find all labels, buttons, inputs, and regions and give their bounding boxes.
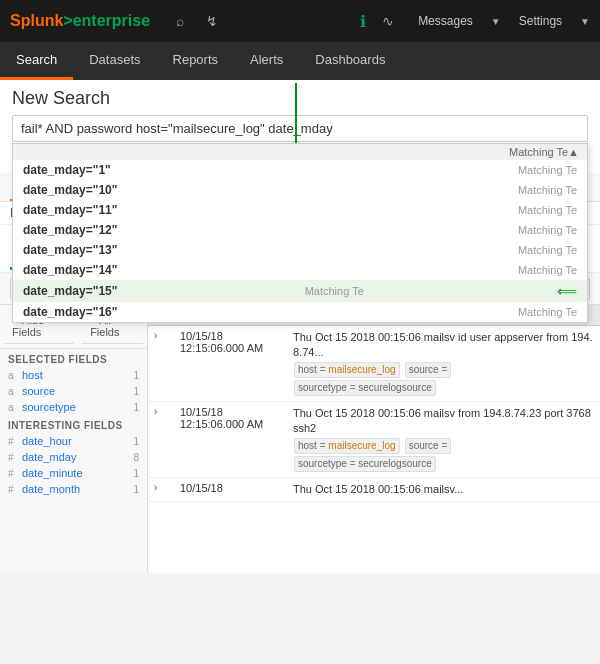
sidebar-field-date-mday[interactable]: # date_mday 8 — [0, 449, 147, 465]
time-val-2: 10/15/18 — [180, 482, 285, 494]
time-val-0: 10/15/1812:15:06.000 AM — [180, 330, 285, 354]
autocomplete-item-0[interactable]: date_mday="1" Matching Te — [13, 160, 587, 180]
autocomplete-match-5: Matching Te — [518, 264, 577, 276]
autocomplete-label-1: date_mday="10" — [23, 183, 117, 197]
nav-search[interactable]: Search — [0, 42, 73, 80]
messages-link[interactable]: Messages — [410, 10, 481, 32]
expand-btn-0[interactable]: › — [154, 330, 172, 341]
sidebar-field-date-month[interactable]: # date_month 1 — [0, 481, 147, 497]
autocomplete-item-5[interactable]: date_mday="14" Matching Te — [13, 260, 587, 280]
second-nav: Search Datasets Reports Alerts Dashboard… — [0, 42, 600, 80]
autocomplete-label-0: date_mday="1" — [23, 163, 111, 177]
sidebar-field-date-minute[interactable]: # date_minute 1 — [0, 465, 147, 481]
autocomplete-match-6: Matching Te — [305, 285, 364, 297]
activity-icon[interactable]: ↯ — [206, 13, 218, 29]
tag-sourcetype-1: sourcetype = securelogsource — [294, 456, 436, 472]
field-name-source: source — [22, 385, 55, 397]
logo-suffix: >enterprise — [63, 12, 150, 29]
table-row: › 10/15/1812:15:06.000 AM Thu Oct 15 201… — [148, 402, 600, 478]
autocomplete-header: Matching Te▲ — [13, 144, 587, 160]
search-input[interactable] — [12, 115, 588, 142]
tag-host-1: host = mailsecure_log — [294, 438, 400, 454]
sidebar-field-host[interactable]: a host 1 — [0, 367, 147, 383]
field-type-date-hour: # — [8, 436, 18, 447]
autocomplete-match-0: Matching Te — [518, 164, 577, 176]
field-count-date-month: 1 — [133, 484, 139, 495]
field-name-sourcetype: sourcetype — [22, 401, 76, 413]
event-val-2: Thu Oct 15 2018 00:15:06 mailsv... — [293, 482, 594, 497]
autocomplete-label-2: date_mday="11" — [23, 203, 117, 217]
field-type-date-month: # — [8, 484, 18, 495]
settings-link[interactable]: Settings — [511, 10, 570, 32]
tag-host-0: host = mailsecure_log — [294, 362, 400, 378]
settings-chevron: ▼ — [580, 16, 590, 27]
top-nav: Splunk>enterprise ⌕ ↯ ℹ ∿ Messages ▼ Set… — [0, 0, 600, 42]
tag-sourcetype-0: sourcetype = securelogsource — [294, 380, 436, 396]
messages-chevron: ▼ — [491, 16, 501, 27]
field-type-host: a — [8, 370, 18, 381]
autocomplete-item-4[interactable]: date_mday="13" Matching Te — [13, 240, 587, 260]
nav-datasets[interactable]: Datasets — [73, 42, 156, 80]
autocomplete-match-2: Matching Te — [518, 204, 577, 216]
field-name-host: host — [22, 369, 43, 381]
field-type-source: a — [8, 386, 18, 397]
field-name-date-hour: date_hour — [22, 435, 72, 447]
field-type-date-mday: # — [8, 452, 18, 463]
field-count-source: 1 — [133, 386, 139, 397]
autocomplete-label-5: date_mday="14" — [23, 263, 117, 277]
page-content: New Search Matching Te▲ date_mday="1" Ma… — [0, 80, 600, 173]
autocomplete-match-1: Matching Te — [518, 184, 577, 196]
tag-source-1: source = — [405, 438, 452, 454]
field-count-sourcetype: 1 — [133, 402, 139, 413]
status-icon: ℹ — [360, 12, 366, 31]
left-sidebar: < Hide Fields ≡ All Fields SELECTED FIEL… — [0, 305, 148, 573]
autocomplete-label-3: date_mday="12" — [23, 223, 117, 237]
expand-btn-2[interactable]: › — [154, 482, 172, 493]
expand-btn-1[interactable]: › — [154, 406, 172, 417]
table-row: › 10/15/18 Thu Oct 15 2018 00:15:06 mail… — [148, 478, 600, 502]
autocomplete-label-6: date_mday="15" — [23, 284, 117, 298]
autocomplete-item-2[interactable]: date_mday="11" Matching Te — [13, 200, 587, 220]
search-nav-icon[interactable]: ⌕ — [176, 13, 184, 29]
autocomplete-item-7[interactable]: date_mday="16" Matching Te — [13, 302, 587, 322]
field-type-sourcetype: a — [8, 402, 18, 413]
event-val-0: Thu Oct 15 2018 00:15:06 mailsv id user … — [293, 330, 594, 397]
field-name-date-minute: date_minute — [22, 467, 83, 479]
selected-fields-title: SELECTED FIELDS — [0, 349, 147, 367]
autocomplete-label-7: date_mday="16" — [23, 305, 117, 319]
field-count-date-mday: 8 — [133, 452, 139, 463]
search-bar-container: Matching Te▲ date_mday="1" Matching Te d… — [12, 115, 588, 142]
field-count-date-hour: 1 — [133, 436, 139, 447]
field-type-date-minute: # — [8, 468, 18, 479]
sidebar-field-sourcetype[interactable]: a sourcetype 1 — [0, 399, 147, 415]
field-name-date-mday: date_mday — [22, 451, 76, 463]
field-name-date-month: date_month — [22, 483, 80, 495]
sidebar-field-source[interactable]: a source 1 — [0, 383, 147, 399]
sidebar-field-date-hour[interactable]: # date_hour 1 — [0, 433, 147, 449]
interesting-fields-title: INTERESTING FIELDS — [0, 415, 147, 433]
nav-dashboards[interactable]: Dashboards — [299, 42, 401, 80]
tag-source-0: source = — [405, 362, 452, 378]
table-row: › 10/15/1812:15:06.000 AM Thu Oct 15 201… — [148, 326, 600, 402]
autocomplete-item-6[interactable]: date_mday="15" Matching Te ⟸ — [13, 280, 587, 302]
results-area: i Time Event › 10/15/1812:15:06.000 AM T… — [148, 305, 600, 573]
autocomplete-match-4: Matching Te — [518, 244, 577, 256]
autocomplete-dropdown: Matching Te▲ date_mday="1" Matching Te d… — [12, 143, 588, 323]
autocomplete-item-3[interactable]: date_mday="12" Matching Te — [13, 220, 587, 240]
pulse-icon: ∿ — [382, 13, 394, 29]
autocomplete-header-label: Matching Te▲ — [509, 146, 579, 158]
time-val-1: 10/15/1812:15:06.000 AM — [180, 406, 285, 430]
autocomplete-arrow-6: ⟸ — [557, 283, 577, 299]
autocomplete-match-3: Matching Te — [518, 224, 577, 236]
page-title: New Search — [12, 88, 588, 109]
nav-alerts[interactable]: Alerts — [234, 42, 299, 80]
autocomplete-item-1[interactable]: date_mday="10" Matching Te — [13, 180, 587, 200]
field-count-host: 1 — [133, 370, 139, 381]
autocomplete-label-4: date_mday="13" — [23, 243, 117, 257]
main-area: < Hide Fields ≡ All Fields SELECTED FIEL… — [0, 305, 600, 573]
autocomplete-match-7: Matching Te — [518, 306, 577, 318]
logo: Splunk>enterprise — [10, 12, 150, 30]
field-count-date-minute: 1 — [133, 468, 139, 479]
event-val-1: Thu Oct 15 2018 00:15:06 mailsv from 194… — [293, 406, 594, 473]
nav-reports[interactable]: Reports — [157, 42, 235, 80]
